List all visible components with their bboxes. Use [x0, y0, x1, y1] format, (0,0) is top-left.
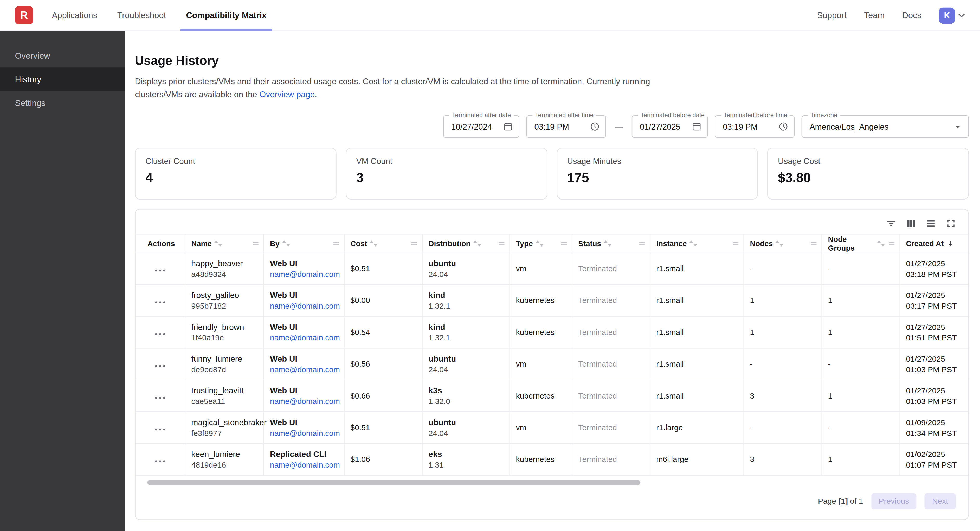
node-groups-cell: -	[821, 348, 899, 380]
columns-button[interactable]	[902, 215, 920, 232]
stat-card-vm-count: VM Count 3	[346, 148, 547, 200]
density-button[interactable]	[923, 215, 939, 232]
table-row: trusting_leavittcae5ea11 Web UIname@doma…	[135, 380, 968, 412]
by-cell: Web UIname@domain.com	[264, 253, 344, 284]
status-cell: Terminated	[572, 444, 650, 476]
creator-email-link[interactable]: name@domain.com	[270, 365, 340, 374]
row-actions-button[interactable]	[151, 388, 169, 403]
by-cell: Web UIname@domain.com	[264, 412, 344, 444]
terminated-after-time-input[interactable]: Terminated after time 03:19 PM	[526, 115, 606, 138]
team-link[interactable]: Team	[864, 11, 885, 20]
clock-icon[interactable]	[778, 122, 788, 132]
distribution-version: 1.31	[429, 461, 503, 470]
column-header-status[interactable]: Status	[572, 234, 650, 253]
terminated-before-time-input[interactable]: Terminated before time 03:19 PM	[715, 115, 795, 138]
table-row: funny_lumierede9ed87d Web UIname@domain.…	[135, 348, 968, 380]
sort-icon	[775, 240, 783, 247]
overview-page-link[interactable]: Overview page	[259, 90, 315, 99]
nodes-cell: 3	[743, 444, 821, 476]
docs-link[interactable]: Docs	[902, 11, 921, 20]
column-menu-icon[interactable]	[332, 240, 340, 247]
actions-cell	[135, 412, 185, 444]
calendar-icon[interactable]	[692, 122, 702, 132]
date-range-separator: —	[615, 122, 623, 131]
column-header-by[interactable]: By	[264, 234, 344, 253]
table-row: magical_stonebrakerfe3f8977 Web UIname@d…	[135, 412, 968, 444]
created-at-cell: 01/09/202501:34 PM PST	[899, 412, 968, 444]
column-menu-icon[interactable]	[810, 240, 818, 247]
sort-icon	[473, 240, 481, 247]
calendar-icon[interactable]	[503, 122, 513, 132]
sort-icon	[535, 240, 543, 247]
column-menu-icon[interactable]	[560, 240, 568, 247]
timezone-select[interactable]: Timezone America/Los_Angeles	[802, 115, 969, 138]
terminated-after-date-input[interactable]: Terminated after date 10/27/2024	[443, 115, 519, 138]
created-at-cell: 01/27/202501:03 PM PST	[899, 380, 968, 412]
actions-cell	[135, 253, 185, 284]
row-actions-button[interactable]	[151, 262, 169, 276]
sidebar-item-settings[interactable]: Settings	[0, 91, 125, 114]
stat-card-usage-minutes: Usage Minutes 175	[557, 148, 758, 200]
column-menu-icon[interactable]	[497, 240, 505, 247]
column-header-distribution[interactable]: Distribution	[422, 234, 509, 253]
replicated-logo-icon[interactable]: R	[15, 6, 33, 24]
column-header-instance[interactable]: Instance	[650, 234, 743, 253]
sidebar-item-overview[interactable]: Overview	[0, 44, 125, 67]
distribution-cell: kind1.32.1	[422, 316, 509, 348]
creator-email-link[interactable]: name@domain.com	[270, 461, 340, 470]
type-cell: kubernetes	[509, 285, 572, 316]
nav-item-troubleshoot[interactable]: Troubleshoot	[107, 0, 176, 31]
caret-down-icon[interactable]	[953, 122, 963, 131]
column-menu-icon[interactable]	[410, 240, 418, 247]
cluster-id: cae5ea11	[191, 397, 257, 406]
column-header-type[interactable]: Type	[509, 234, 572, 253]
column-menu-icon[interactable]	[731, 240, 740, 247]
status-cell: Terminated	[572, 380, 650, 412]
column-header-node-groups[interactable]: Node Groups	[821, 234, 899, 253]
fullscreen-button[interactable]	[943, 215, 959, 232]
column-header-name[interactable]: Name	[185, 234, 263, 253]
row-actions-button[interactable]	[151, 357, 169, 371]
nav-item-compatibility-matrix[interactable]: Compatibility Matrix	[176, 0, 277, 31]
column-header-created-at[interactable]: Created At	[899, 234, 968, 253]
table-row: happy_beavera48d9324 Web UIname@domain.c…	[135, 253, 968, 284]
next-page-button[interactable]: Next	[924, 493, 956, 509]
nodes-cell: 3	[743, 380, 821, 412]
clock-icon[interactable]	[590, 122, 600, 132]
nodes-cell: -	[743, 253, 821, 284]
column-header-nodes[interactable]: Nodes	[743, 234, 821, 253]
creator-email-link[interactable]: name@domain.com	[270, 397, 340, 406]
pagination: Page [1] of 1 Previous Next	[135, 485, 968, 519]
sidebar-item-history[interactable]: History	[0, 67, 125, 91]
creator-email-link[interactable]: name@domain.com	[270, 302, 340, 311]
nav-item-applications[interactable]: Applications	[42, 0, 107, 31]
column-menu-icon[interactable]	[638, 240, 646, 247]
support-link[interactable]: Support	[817, 11, 846, 20]
nodes-cell: 1	[743, 316, 821, 348]
column-menu-icon[interactable]	[888, 240, 896, 247]
column-menu-icon[interactable]	[251, 240, 259, 247]
row-actions-button[interactable]	[151, 325, 169, 339]
distribution-name: kind	[429, 322, 503, 332]
creator-email-link[interactable]: name@domain.com	[270, 334, 340, 342]
instance-cell: r1.small	[650, 285, 743, 316]
row-actions-button[interactable]	[151, 452, 169, 467]
account-menu[interactable]: K	[939, 7, 965, 24]
actions-cell	[135, 380, 185, 412]
created-at-cell: 01/27/202501:51 PM PST	[899, 316, 968, 348]
terminated-before-date-input[interactable]: Terminated before date 01/27/2025	[632, 115, 708, 138]
creator-email-link[interactable]: name@domain.com	[270, 270, 340, 279]
chevron-down-icon	[958, 13, 965, 17]
type-cell: kubernetes	[509, 444, 572, 476]
column-header-cost[interactable]: Cost	[344, 234, 422, 253]
previous-page-button[interactable]: Previous	[871, 493, 916, 509]
stat-card-cluster-count: Cluster Count 4	[135, 148, 336, 200]
row-actions-button[interactable]	[151, 421, 169, 435]
creator-email-link[interactable]: name@domain.com	[270, 429, 340, 438]
name-cell: trusting_leavittcae5ea11	[185, 380, 263, 412]
created-by: Web UI	[270, 259, 337, 268]
user-avatar: K	[939, 7, 955, 24]
scrollbar-thumb[interactable]	[147, 480, 640, 485]
filter-button[interactable]	[883, 215, 900, 232]
row-actions-button[interactable]	[151, 293, 169, 308]
